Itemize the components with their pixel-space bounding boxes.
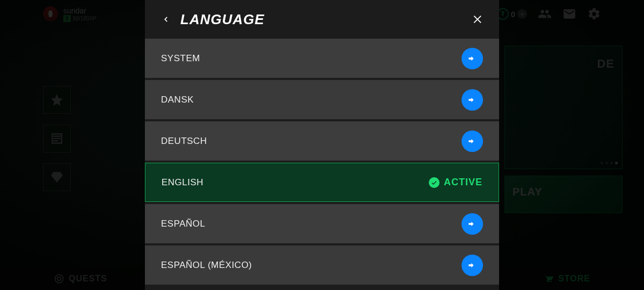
arrow-right-icon: [467, 95, 478, 105]
language-row[interactable]: SYSTEM: [145, 39, 499, 78]
close-icon: [472, 13, 484, 25]
select-language-button[interactable]: [462, 130, 483, 152]
modal-title: LANGUAGE: [180, 11, 265, 28]
language-row[interactable]: DANSK: [145, 80, 499, 119]
language-row[interactable]: DEUTSCH: [145, 121, 499, 161]
language-modal: LANGUAGE SYSTEMDANSKDEUTSCHENGLISHACTIVE…: [145, 0, 499, 290]
language-row[interactable]: ESPAÑOL (MÉXICO): [145, 245, 499, 285]
back-button[interactable]: [158, 11, 174, 27]
check-icon: [429, 177, 440, 188]
language-label: ENGLISH: [162, 177, 203, 188]
language-label: DEUTSCH: [161, 136, 207, 147]
language-row[interactable]: ENGLISHACTIVE: [145, 163, 499, 202]
select-language-button[interactable]: [462, 89, 483, 111]
modal-header: LANGUAGE: [145, 0, 499, 39]
game-screen: sundar 8 50/180XP ₮ 0 + DE: [0, 0, 644, 290]
close-button[interactable]: [470, 11, 486, 27]
chevron-left-icon: [162, 13, 170, 25]
language-list[interactable]: SYSTEMDANSKDEUTSCHENGLISHACTIVEESPAÑOLES…: [145, 39, 499, 290]
language-label: ESPAÑOL (MÉXICO): [161, 260, 252, 271]
select-language-button[interactable]: [462, 255, 483, 276]
arrow-right-icon: [467, 136, 478, 147]
language-label: DANSK: [161, 95, 194, 105]
language-row[interactable]: ESPAÑOL: [145, 204, 499, 243]
select-language-button[interactable]: [462, 48, 483, 69]
language-label: ESPAÑOL: [161, 219, 206, 229]
active-label: ACTIVE: [444, 177, 482, 188]
select-language-button[interactable]: [462, 213, 483, 235]
active-indicator: ACTIVE: [429, 177, 482, 188]
arrow-right-icon: [467, 53, 478, 64]
arrow-right-icon: [467, 219, 478, 229]
language-label: SYSTEM: [161, 53, 200, 64]
arrow-right-icon: [467, 260, 478, 271]
